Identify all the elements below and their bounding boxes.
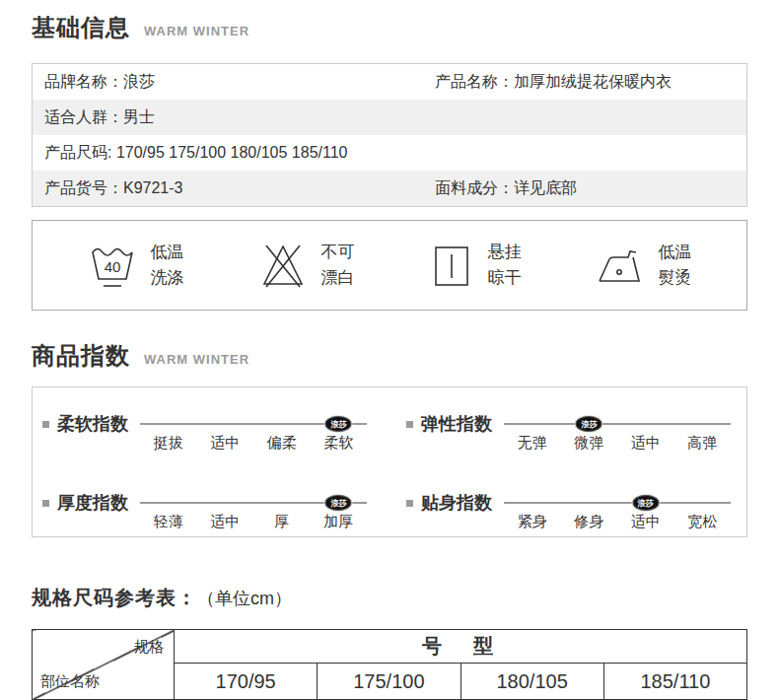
brand-badge-marker: 浪莎 — [325, 416, 352, 432]
level-label: 适中 — [617, 513, 674, 531]
table-row: 产品尺码: 170/95 175/100 180/105 185/110 — [33, 135, 747, 171]
level-label: 挺拔 — [140, 434, 197, 453]
care-label-line: 低温 — [151, 240, 184, 265]
level-label: 紧身 — [504, 513, 561, 531]
basic-info-table: 品牌名称：浪莎 产品名称：加厚加绒提花保暖内衣 适合人群：男士 产品尺码: 17… — [32, 63, 747, 207]
no-bleach-icon — [258, 240, 308, 291]
care-label-line: 晾干 — [488, 265, 522, 291]
section-title: 商品指数 — [32, 340, 130, 372]
wash-40-icon: 40 — [88, 240, 137, 291]
care-label-line: 低温 — [659, 240, 692, 265]
scale-levels: 无弹 微弹 适中 高弹 — [504, 434, 731, 453]
scale-levels: 挺拔 适中 偏柔 柔软 — [140, 434, 367, 453]
info-cell-product-name: 产品名称：加厚加绒提花保暖内衣 — [423, 64, 747, 101]
care-label-line: 熨烫 — [659, 265, 692, 291]
index-scale-fit: 贴身指数 浪莎 紧身 修身 适中 宽松 — [404, 492, 731, 531]
care-label-line: 悬挂 — [488, 240, 522, 265]
size-group-header: 号 型 — [175, 630, 747, 664]
product-index-heading: 商品指数 WARM WINTER — [32, 340, 747, 372]
bullet-square-icon — [42, 500, 49, 507]
care-label-line: 不可 — [321, 240, 355, 265]
scale-levels: 紧身 修身 适中 宽松 — [504, 513, 731, 531]
product-index-box: 柔软指数 浪莎 挺拔 适中 偏柔 柔软 弹性指数 浪莎 无弹 微弹 — [32, 386, 747, 537]
table-row: 品牌名称：浪莎 产品名称：加厚加绒提花保暖内衣 — [33, 64, 747, 101]
level-label: 适中 — [197, 513, 254, 531]
care-item-hang-dry: 悬挂 晾干 — [429, 240, 522, 292]
table-row: 适合人群：男士 — [33, 100, 747, 135]
level-label: 微弹 — [561, 434, 618, 453]
level-label: 适中 — [197, 434, 254, 453]
level-label: 偏柔 — [253, 434, 311, 453]
size-table-title: 规格尺码参考表： （单位cm） — [32, 585, 747, 611]
brand-badge-marker: 浪莎 — [325, 495, 352, 511]
brand-badge-marker: 浪莎 — [632, 495, 659, 511]
brand-badge-marker: 浪莎 — [576, 416, 602, 432]
iron-low-icon — [596, 240, 645, 291]
care-instructions-box: 40 低温 洗涤 不可 漂白 悬挂 — [32, 220, 747, 311]
level-label: 适中 — [617, 434, 674, 453]
basic-info-heading: 基础信息 WARM WINTER — [32, 0, 747, 43]
level-label: 无弹 — [504, 434, 561, 453]
diagonal-header-cell: 规格 部位名称 — [33, 630, 175, 700]
hang-dry-icon — [429, 240, 474, 291]
scale-levels: 轻薄 适中 厚 加厚 — [140, 513, 367, 531]
info-cell-target-group: 适合人群：男士 — [33, 100, 423, 135]
corner-label-spec: 规格 — [134, 638, 164, 657]
scale-line — [504, 502, 731, 504]
size-column-header: 180/105 — [460, 664, 603, 700]
svg-text:40: 40 — [104, 258, 120, 275]
info-cell-fabric: 面料成分：详见底部 — [423, 171, 747, 207]
section-subtitle: WARM WINTER — [144, 352, 249, 367]
size-column-header: 170/95 — [175, 664, 318, 700]
scale-name: 柔软指数 — [57, 413, 128, 435]
scale-line — [504, 423, 731, 425]
corner-label-part: 部位名称 — [40, 672, 100, 691]
bullet-square-icon — [406, 500, 413, 507]
care-label-line: 洗涤 — [151, 265, 184, 291]
size-column-header: 185/110 — [603, 664, 746, 700]
info-cell-empty — [423, 135, 747, 171]
level-label: 宽松 — [674, 513, 732, 531]
size-title-text: 规格尺码参考表： — [32, 585, 197, 611]
section-title: 基础信息 — [32, 12, 130, 43]
care-item-wash: 40 低温 洗涤 — [88, 240, 184, 292]
level-label: 柔软 — [311, 434, 368, 453]
level-label: 修身 — [561, 513, 618, 531]
info-cell-sizes: 产品尺码: 170/95 175/100 180/105 185/110 — [33, 135, 423, 171]
index-scale-thickness: 厚度指数 浪莎 轻薄 适中 厚 加厚 — [40, 492, 367, 531]
scale-track: 浪莎 挺拔 适中 偏柔 柔软 — [140, 413, 367, 453]
level-label: 轻薄 — [140, 513, 197, 531]
section-subtitle: WARM WINTER — [144, 24, 249, 38]
size-column-header: 175/100 — [318, 664, 460, 700]
care-item-iron: 低温 熨烫 — [596, 240, 692, 292]
size-title-unit: （单位cm） — [197, 587, 292, 610]
level-label: 加厚 — [311, 513, 368, 531]
bullet-square-icon — [42, 421, 49, 428]
info-cell-brand: 品牌名称：浪莎 — [33, 64, 423, 101]
info-cell-empty — [423, 100, 747, 135]
level-label: 厚 — [253, 513, 311, 531]
scale-name: 弹性指数 — [421, 413, 492, 435]
scale-track: 浪莎 紧身 修身 适中 宽松 — [504, 492, 731, 531]
scale-name: 厚度指数 — [57, 492, 128, 514]
size-reference-table: 规格 部位名称 号 型 170/95 175/100 180/105 185/1… — [32, 629, 747, 700]
bullet-square-icon — [406, 421, 413, 428]
scale-track: 浪莎 轻薄 适中 厚 加厚 — [140, 492, 367, 531]
level-label: 高弹 — [674, 434, 732, 453]
scale-track: 浪莎 无弹 微弹 适中 高弹 — [504, 413, 731, 453]
info-cell-item-number: 产品货号：K9721-3 — [33, 171, 423, 207]
scale-name: 贴身指数 — [421, 492, 492, 514]
table-row: 规格 部位名称 号 型 — [33, 630, 747, 664]
index-scale-softness: 柔软指数 浪莎 挺拔 适中 偏柔 柔软 — [40, 413, 367, 453]
care-label-line: 漂白 — [321, 265, 355, 291]
care-item-no-bleach: 不可 漂白 — [258, 240, 355, 292]
index-scale-elasticity: 弹性指数 浪莎 无弹 微弹 适中 高弹 — [404, 413, 731, 453]
table-row: 产品货号：K9721-3 面料成分：详见底部 — [33, 171, 747, 207]
